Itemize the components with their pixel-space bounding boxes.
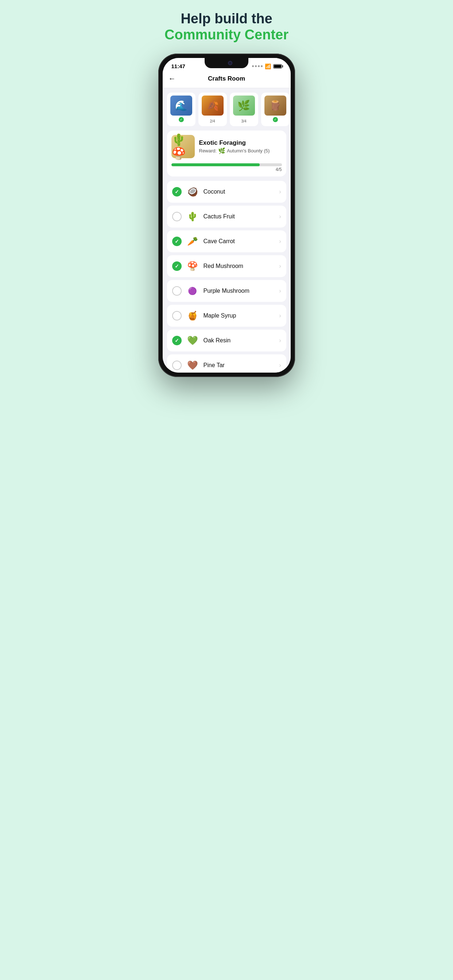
- bundle-tab-quality-img: 🌿: [233, 95, 255, 116]
- item-row-cactus[interactable]: 🌵 Cactus Fruit ›: [167, 205, 286, 228]
- maple-syrup-icon: 🍯: [186, 309, 199, 322]
- maple-syrup-name: Maple Syrup: [204, 312, 275, 319]
- notch: [205, 58, 248, 68]
- item-row-coconut[interactable]: 🥥 Coconut ›: [167, 181, 286, 203]
- bundle-tab-quality[interactable]: 🌿 3/4: [230, 92, 258, 126]
- bundle-progress-label: 4/5: [171, 167, 282, 172]
- purple-mushroom-name: Purple Mushroom: [204, 288, 275, 294]
- item-check-maple-syrup: [172, 311, 182, 320]
- page-wrapper: Help build the Community Center 11:47: [151, 11, 302, 377]
- item-row-oak-resin[interactable]: 💚 Oak Resin ›: [167, 329, 286, 352]
- check-icon: ✓: [179, 117, 184, 122]
- item-row-pine-tar[interactable]: 🤎 Pine Tar ›: [167, 355, 286, 372]
- bundle-tab-spring-label: ✓: [179, 117, 184, 122]
- battery-icon: [273, 64, 282, 68]
- cactus-chevron: ›: [279, 213, 281, 220]
- quality-label: 3/4: [241, 119, 247, 123]
- nav-title: Crafts Room: [182, 75, 272, 83]
- pine-tar-icon: 🤎: [186, 359, 199, 372]
- purple-mushroom-chevron: ›: [279, 288, 281, 294]
- cactus-name: Cactus Fruit: [204, 213, 275, 220]
- hero-line1: Help build the: [164, 11, 289, 27]
- screen-content: 🌊 ✓ 🍂: [163, 88, 291, 372]
- cave-carrot-chevron: ›: [279, 238, 281, 245]
- bundle-tab-autumn[interactable]: 🍂 2/4: [198, 92, 227, 126]
- oak-resin-icon: 💚: [186, 334, 199, 347]
- bundle-reward: Reward: 🌿 Autumn's Bounty (5): [199, 147, 270, 154]
- bundle-tabs: 🌊 ✓ 🍂: [163, 88, 291, 126]
- items-list: 🥥 Coconut › 🌵 Cactus Fruit › 🥕: [163, 181, 291, 372]
- coconut-name: Coconut: [204, 188, 275, 195]
- bundle-tab-autumn-img: 🍂: [202, 95, 223, 116]
- item-check-cave-carrot: [172, 237, 182, 246]
- cave-carrot-icon: 🥕: [186, 235, 199, 248]
- item-row-maple-syrup[interactable]: 🍯 Maple Syrup ›: [167, 305, 286, 327]
- item-check-pine-tar: [172, 361, 182, 370]
- status-bar: 11:47 📶: [163, 58, 291, 72]
- pine-tar-chevron: ›: [279, 362, 281, 369]
- red-mushroom-chevron: ›: [279, 263, 281, 269]
- wifi-icon: 📶: [265, 64, 271, 69]
- status-time: 11:47: [171, 63, 185, 69]
- item-check-red-mushroom: [172, 261, 182, 271]
- autumn-label: 2/4: [210, 119, 215, 123]
- item-check-coconut: [172, 187, 182, 197]
- oak-resin-chevron: ›: [279, 337, 281, 344]
- bundle-tab-spring[interactable]: 🌊 ✓: [167, 92, 196, 126]
- bundle-progress-bar: [171, 163, 282, 166]
- maple-syrup-chevron: ›: [279, 312, 281, 319]
- item-row-cave-carrot[interactable]: 🥕 Cave Carrot ›: [167, 231, 286, 252]
- cave-carrot-name: Cave Carrot: [204, 238, 275, 245]
- item-check-oak-resin: [172, 336, 182, 345]
- coconut-icon: 🥥: [186, 185, 199, 198]
- item-check-purple-mushroom: [172, 286, 182, 296]
- red-mushroom-name: Red Mushroom: [204, 263, 275, 269]
- bundle-detail-info: Exotic Foraging Reward: 🌿 Autumn's Bount…: [199, 139, 270, 154]
- purple-mushroom-icon: 🟣: [186, 285, 199, 298]
- status-icons: 📶: [252, 64, 282, 69]
- phone-screen: 11:47 📶: [163, 58, 291, 372]
- nav-header: ← Crafts Room: [163, 72, 291, 88]
- bundle-detail: 🌵🍄 Exotic Foraging Reward: 🌿 Autumn's Bo…: [167, 130, 286, 177]
- red-mushroom-icon: 🍄: [186, 259, 199, 273]
- reward-item: Autumn's Bounty (5): [227, 148, 270, 153]
- item-check-cactus: [172, 212, 182, 221]
- hero-line2: Community Center: [164, 27, 289, 43]
- bundle-detail-img: 🌵🍄: [171, 135, 195, 158]
- bundle-tab-spring-img: 🌊: [170, 95, 192, 116]
- coconut-chevron: ›: [279, 188, 281, 195]
- signal-icon: [252, 65, 263, 67]
- bundle-progress-fill: [171, 163, 260, 166]
- bundle-tab-wood-img: 🪵: [265, 95, 286, 116]
- bundle-tab-wood-label: ✓: [273, 117, 278, 122]
- oak-resin-name: Oak Resin: [204, 337, 275, 344]
- reward-icon: 🌿: [218, 147, 225, 154]
- hero-section: Help build the Community Center: [157, 11, 296, 43]
- bundle-name: Exotic Foraging: [199, 139, 270, 146]
- cactus-icon: 🌵: [186, 210, 199, 223]
- bundle-detail-top: 🌵🍄 Exotic Foraging Reward: 🌿 Autumn's Bo…: [171, 135, 282, 158]
- phone-shell: 11:47 📶: [158, 54, 295, 377]
- wood-check-icon: ✓: [273, 117, 278, 122]
- camera-dot: [228, 61, 232, 65]
- back-button[interactable]: ←: [169, 75, 176, 83]
- reward-label: Reward:: [199, 148, 217, 153]
- item-row-red-mushroom[interactable]: 🍄 Red Mushroom ›: [167, 255, 286, 277]
- pine-tar-name: Pine Tar: [204, 362, 275, 369]
- bundle-tab-wood[interactable]: 🪵 ✓: [261, 92, 290, 126]
- item-row-purple-mushroom[interactable]: 🟣 Purple Mushroom ›: [167, 280, 286, 302]
